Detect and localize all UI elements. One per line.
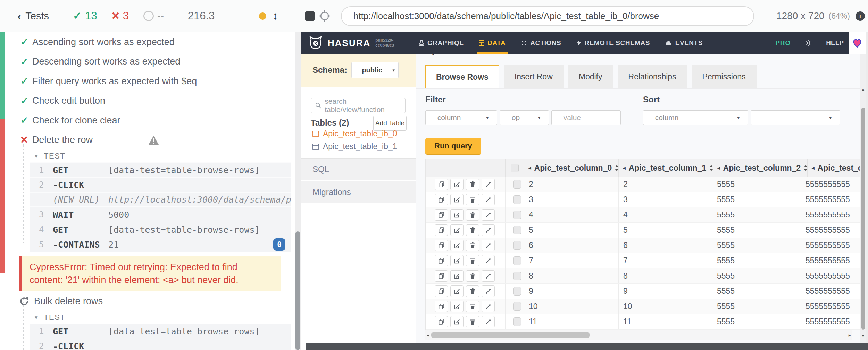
pro-link[interactable]: PRO	[775, 39, 791, 47]
sort-column-icon[interactable]	[709, 165, 713, 171]
expand-row-button[interactable]	[482, 194, 495, 205]
row-checkbox[interactable]	[513, 241, 521, 250]
command-row[interactable]: 5 -CONTAINS 21 0	[30, 237, 291, 252]
command-row[interactable]: 1 GET [data-test=table-browse-rows]	[30, 162, 291, 177]
collapse-column-icon[interactable]	[717, 165, 720, 171]
row-checkbox[interactable]	[513, 226, 521, 234]
collapse-column-icon[interactable]	[812, 165, 815, 171]
settings-gear-icon[interactable]	[805, 40, 811, 46]
reporter-scrollbar-thumb[interactable]	[295, 231, 300, 350]
tab[interactable]: Insert Row	[504, 65, 564, 88]
scroll-updown-icon[interactable]: ↕	[273, 10, 278, 22]
selector-playground-icon[interactable]	[319, 10, 331, 22]
column-header[interactable]: Apic_test_column_1	[619, 159, 713, 177]
filter-column-select[interactable]: -- column --	[425, 110, 497, 125]
expand-row-button[interactable]	[482, 270, 495, 282]
delete-row-button[interactable]	[466, 270, 479, 282]
reporter-scrollbar[interactable]	[295, 32, 301, 350]
expand-row-button[interactable]	[482, 301, 495, 312]
clone-row-button[interactable]	[435, 240, 448, 251]
row-checkbox[interactable]	[513, 317, 521, 326]
sort-column-icon[interactable]	[804, 165, 808, 171]
row-checkbox[interactable]	[513, 195, 521, 204]
test-row[interactable]: Delete the row	[0, 130, 301, 150]
tab[interactable]: Modify	[568, 65, 613, 88]
url-input[interactable]: http://localhost:3000/data/schema/public…	[341, 6, 754, 26]
filter-value-input[interactable]: -- value --	[551, 110, 621, 125]
delete-row-button[interactable]	[466, 255, 479, 266]
delete-row-button[interactable]	[466, 301, 479, 312]
clone-row-button[interactable]	[435, 179, 448, 190]
edit-row-button[interactable]	[450, 255, 464, 266]
vertical-scrollbar-thumb[interactable]	[861, 108, 865, 330]
scroll-up-icon[interactable]: ▲	[860, 87, 866, 92]
row-checkbox[interactable]	[513, 256, 521, 265]
vertical-scrollbar[interactable]: ▲ ▼	[860, 54, 866, 343]
scroll-right-icon[interactable]: ▸	[847, 333, 852, 338]
edit-row-button[interactable]	[450, 285, 464, 297]
test-group-toggle[interactable]: TEST	[0, 311, 301, 324]
command-row[interactable]: 4 GET [data-test=table-browse-rows]	[30, 222, 291, 237]
test-row[interactable]: Ascending sort works as expected	[0, 32, 301, 52]
sort-column-icon[interactable]	[615, 165, 619, 171]
command-row[interactable]: 2 -CLICK	[30, 339, 291, 350]
delete-row-button[interactable]	[466, 194, 479, 205]
edit-row-button[interactable]	[450, 270, 464, 282]
edit-row-button[interactable]	[450, 301, 464, 312]
edit-row-button[interactable]	[450, 194, 464, 205]
tab[interactable]: Browse Rows	[425, 65, 499, 88]
tab[interactable]: Relationships	[618, 65, 687, 88]
expand-row-button[interactable]	[482, 224, 495, 236]
clone-row-button[interactable]	[435, 224, 448, 236]
tab[interactable]: Permissions	[692, 65, 757, 88]
nav-graphiql[interactable]: GRAPHIQL	[419, 32, 464, 54]
expand-row-button[interactable]	[482, 316, 495, 327]
column-header[interactable]: Apic_test_column_2	[713, 159, 808, 177]
row-checkbox[interactable]	[513, 302, 521, 311]
collapse-column-icon[interactable]	[623, 165, 626, 171]
test-row[interactable]: Descending sort works as expected	[0, 52, 301, 72]
clone-row-button[interactable]	[435, 209, 448, 221]
expand-row-button[interactable]	[482, 285, 495, 297]
run-query-button[interactable]: Run query	[425, 138, 481, 155]
love-button[interactable]	[849, 32, 866, 54]
command-row[interactable]: 3 WAIT 5000	[30, 207, 291, 222]
delete-row-button[interactable]	[466, 179, 479, 190]
clone-row-button[interactable]	[435, 316, 448, 327]
clone-row-button[interactable]	[435, 301, 448, 312]
collapse-column-icon[interactable]	[528, 165, 531, 171]
delete-row-button[interactable]	[466, 209, 479, 221]
command-row[interactable]: 1 GET [data-test=table-browse-rows]	[30, 324, 291, 339]
select-all-checkbox[interactable]	[511, 164, 519, 172]
schema-select[interactable]: public	[351, 62, 399, 78]
expand-row-button[interactable]	[482, 179, 495, 190]
filter-operator-select[interactable]: -- op --	[500, 110, 549, 125]
delete-row-button[interactable]	[466, 316, 479, 327]
delete-row-button[interactable]	[466, 240, 479, 251]
table-search-input[interactable]: search table/view/function	[311, 98, 406, 113]
nav-actions[interactable]: ACTIONS	[521, 32, 561, 54]
edit-row-button[interactable]	[450, 316, 464, 327]
expand-row-button[interactable]	[482, 209, 495, 221]
nav-data[interactable]: DATA	[479, 32, 506, 54]
test-row[interactable]: Check for clone clear	[0, 111, 301, 130]
delete-row-button[interactable]	[466, 285, 479, 297]
column-header[interactable]: Apic_test_column_0	[524, 159, 619, 177]
column-header[interactable]: Apic_test_col	[808, 159, 866, 177]
edit-row-button[interactable]	[450, 209, 464, 221]
back-to-tests-button[interactable]: ‹ Tests	[17, 10, 49, 22]
test-row[interactable]: Filter query works as expected with $eq	[0, 71, 301, 91]
expand-row-button[interactable]	[482, 240, 495, 251]
clone-row-button[interactable]	[435, 194, 448, 205]
sidebar-link[interactable]: Migrations	[301, 181, 416, 203]
test-row[interactable]: Check edit button	[0, 91, 301, 111]
horizontal-scrollbar-thumb[interactable]	[431, 332, 590, 338]
sidebar-table-item[interactable]: Apic_test_table_ib_0	[301, 127, 416, 140]
row-checkbox[interactable]	[513, 211, 521, 219]
clone-row-button[interactable]	[435, 285, 448, 297]
help-link[interactable]: HELP	[826, 39, 844, 47]
clone-row-button[interactable]	[435, 255, 448, 266]
sidebar-table-item[interactable]: Apic_test_table_ib_1	[301, 140, 416, 153]
sort-order-select[interactable]: --	[751, 110, 840, 125]
clone-row-button[interactable]	[435, 270, 448, 282]
